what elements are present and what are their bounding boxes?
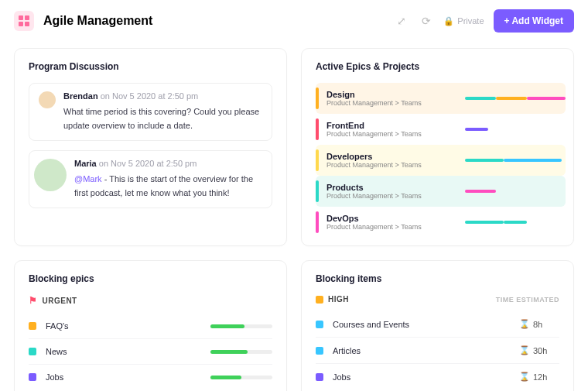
time-estimate: ⌛8h (519, 319, 559, 329)
progress-bar (210, 376, 272, 379)
priority-label: HIGH (328, 295, 349, 304)
comment[interactable]: Brendan on Nov 5 2020 at 2:50 pmWhat tim… (29, 83, 272, 141)
time-value: 12h (533, 372, 547, 382)
blocking-epic-row[interactable]: FAQ's (29, 314, 272, 338)
item-name: Jobs (46, 372, 201, 382)
card-title: Active Epics & Projects (316, 61, 566, 72)
item-color-icon (29, 373, 36, 381)
epic-progress (465, 190, 566, 193)
item-name: News (46, 347, 201, 356)
epic-path: Product Management > Teams (326, 130, 457, 138)
epic-path: Product Management > Teams (326, 192, 457, 200)
privacy-label: Private (457, 16, 484, 26)
epic-row[interactable]: DesignProduct Management > Teams (316, 83, 566, 114)
avatar (34, 159, 67, 191)
item-name: Jobs (333, 372, 510, 382)
priority-label: URGENT (43, 297, 77, 305)
epic-progress (465, 128, 566, 131)
epic-row[interactable]: DevelopersProduct Management > Teams (316, 145, 566, 176)
progress-bar (210, 350, 272, 354)
time-estimate: ⌛30h (519, 345, 559, 355)
item-name: FAQ's (46, 321, 201, 331)
blocking-epic-row[interactable]: News (29, 338, 272, 364)
time-estimated-header: TIME ESTIMATED (496, 296, 559, 304)
epic-progress (465, 221, 566, 224)
epic-name: FrontEnd (326, 121, 457, 130)
epic-color-bar (316, 87, 319, 109)
time-value: 8h (533, 320, 542, 329)
epic-row[interactable]: FrontEndProduct Management > Teams (316, 114, 566, 145)
epic-name: Products (326, 183, 457, 192)
item-name: Articles (333, 346, 510, 355)
blocking-item-row[interactable]: Jobs⌛12h (316, 363, 559, 389)
flag-icon: ⚑ (29, 295, 38, 306)
hourglass-icon: ⌛ (519, 372, 530, 382)
epic-row[interactable]: DevOpsProduct Management > Teams (316, 207, 566, 238)
epic-row[interactable]: ProductsProduct Management > Teams (316, 176, 566, 207)
comment[interactable]: Maria on Nov 5 2020 at 2:50 pm@Mark - Th… (29, 150, 272, 208)
epic-name: Design (326, 90, 457, 99)
add-widget-button[interactable]: + Add Widget (494, 9, 574, 33)
page-title: Agile Management (43, 14, 152, 28)
svg-rect-2 (19, 22, 23, 26)
comment-text: What time period is this covering? Could… (63, 105, 262, 132)
avatar (39, 91, 56, 108)
priority-dot-icon (316, 296, 323, 304)
epic-path: Product Management > Teams (326, 223, 457, 231)
mention[interactable]: @Mark (74, 174, 102, 183)
blocking-epics-card: Blocking epics ⚑ URGENT FAQ'sNewsJobs (14, 260, 287, 391)
epic-color-bar (316, 180, 319, 202)
item-color-icon (316, 321, 323, 328)
hourglass-icon: ⌛ (519, 345, 530, 355)
item-color-icon (29, 322, 36, 330)
expand-icon[interactable]: ⤢ (394, 12, 409, 30)
epic-path: Product Management > Teams (326, 99, 457, 107)
item-color-icon (29, 348, 36, 355)
comment-author: Maria (74, 159, 97, 168)
time-value: 30h (533, 346, 547, 355)
blocking-items-card: Blocking items HIGH TIME ESTIMATED Cours… (301, 260, 574, 391)
epic-name: DevOps (326, 214, 457, 223)
card-title: Program Discussion (29, 61, 272, 72)
hourglass-icon: ⌛ (519, 319, 530, 329)
comment-meta: on Nov 5 2020 at 2:50 pm (97, 159, 197, 168)
comment-meta: on Nov 5 2020 at 2:50 pm (98, 91, 199, 101)
blocking-item-row[interactable]: Courses and Events⌛8h (316, 311, 559, 337)
epic-progress (465, 97, 566, 100)
comment-author: Brendan (63, 91, 98, 101)
blocking-epic-row[interactable]: Jobs (29, 364, 272, 389)
item-color-icon (316, 373, 323, 381)
svg-rect-3 (25, 22, 29, 26)
blocking-item-row[interactable]: Articles⌛30h (316, 337, 559, 363)
high-label: HIGH TIME ESTIMATED (316, 295, 559, 304)
svg-rect-1 (25, 15, 29, 20)
refresh-icon[interactable]: ⟳ (419, 12, 434, 30)
time-estimate: ⌛12h (519, 372, 559, 382)
card-title: Blocking epics (29, 273, 272, 284)
active-epics-card: Active Epics & Projects DesignProduct Ma… (301, 48, 574, 246)
program-discussion-card: Program Discussion Brendan on Nov 5 2020… (14, 48, 287, 246)
item-name: Courses and Events (333, 320, 510, 329)
epic-color-bar (316, 118, 319, 140)
epic-path: Product Management > Teams (326, 161, 457, 169)
urgent-label: ⚑ URGENT (29, 295, 272, 306)
app-logo (14, 11, 34, 31)
progress-bar (210, 324, 272, 328)
card-title: Blocking items (316, 273, 559, 284)
svg-rect-0 (19, 15, 23, 20)
item-color-icon (316, 347, 323, 355)
header: Agile Management ⤢ ⟳ 🔒 Private + Add Wid… (14, 9, 574, 33)
epic-name: Developers (326, 152, 457, 161)
lock-icon: 🔒 (443, 16, 454, 26)
epic-progress (465, 159, 566, 162)
epic-color-bar (316, 211, 319, 233)
epic-color-bar (316, 149, 319, 171)
comment-text: @Mark - This is the start of the overvie… (74, 173, 262, 200)
privacy-indicator: 🔒 Private (443, 16, 484, 26)
